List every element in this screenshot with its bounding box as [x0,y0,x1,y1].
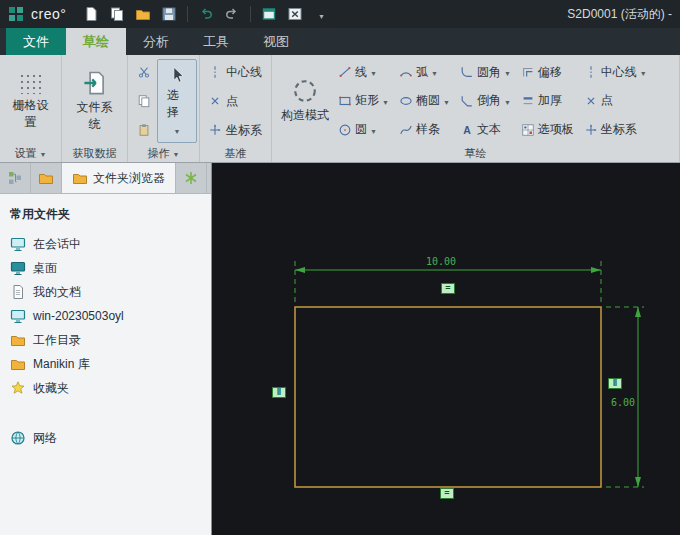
spline-button[interactable]: 样条 [395,117,454,142]
copy-icon [137,94,151,108]
folder-item-desktop[interactable]: 桌面 [10,256,211,280]
folder-item-my-documents[interactable]: 我的文档 [10,280,211,304]
text-button[interactable]: 文本 [456,117,515,142]
sketch-csys-button[interactable]: 坐标系 [580,117,651,142]
desktop-icon [10,260,26,276]
folder-item-manikin-library[interactable]: Manikin 库 [10,352,211,376]
height-dimension-value[interactable]: 6.00 [611,397,635,408]
file-import-icon [82,70,108,96]
folder-item-favorites[interactable]: 收藏夹 [10,376,211,400]
save-button[interactable] [158,3,180,25]
circle-button[interactable]: 圆 [334,117,393,142]
rectangle-button[interactable]: 矩形 [334,88,393,113]
tab-folder-browser[interactable]: 文件夹浏览器 [62,163,176,193]
group-operations: 选择 操作 [128,55,200,162]
folder-browser-icon [72,170,88,186]
fillet-icon [460,65,474,79]
point-icon [208,94,222,108]
copy-button[interactable] [134,91,154,111]
chevron-down-icon[interactable] [370,123,377,137]
offset-button[interactable]: 偏移 [517,60,578,85]
sketch-rectangle[interactable] [295,307,601,487]
construction-mode-button[interactable]: 构造模式 [276,58,334,144]
tab-file[interactable]: 文件 [6,28,66,55]
window-button[interactable] [258,3,280,25]
fillet-button[interactable]: 圆角 [456,60,515,85]
chevron-down-icon[interactable] [431,65,438,79]
line-button[interactable]: 线 [334,60,393,85]
constraint-equal-bottom[interactable]: = [440,488,454,499]
grid-dots-icon [18,72,44,94]
coordinate-system-icon [208,123,222,137]
circle-icon [338,123,352,137]
chevron-down-icon[interactable] [174,123,181,137]
ellipse-button[interactable]: 椭圆 [395,88,454,113]
tab-view[interactable]: 视图 [246,28,306,55]
open-button[interactable] [132,3,154,25]
ellipse-icon [399,94,413,108]
creo-logo-icon [8,6,24,22]
chevron-down-icon[interactable] [504,94,511,108]
constraint-parallel-right[interactable]: ‖ [608,378,622,389]
tab-favorites[interactable] [176,163,207,193]
constraint-equal-top[interactable]: = [441,283,455,294]
redo-button[interactable] [221,3,243,25]
datum-point-button[interactable]: 点 [205,89,265,113]
chevron-down-icon [318,5,325,23]
folder-item-working-directory[interactable]: 工作目录 [10,328,211,352]
file-system-button[interactable]: 文件系统 [66,58,123,144]
centerline-icon [584,65,598,79]
centerline-icon [208,65,222,79]
tab-model-tree[interactable] [0,163,31,193]
select-label: 选择 [167,87,187,121]
customize-quick-access-button[interactable] [310,3,332,25]
construction-mode-label: 构造模式 [281,107,329,124]
grid-settings-button[interactable]: 栅格设置 [4,58,57,144]
creo-window: creo° S2D0001 (活动的) - 文件 草绘 分析 工具 视图 栅格设… [0,0,680,535]
session-monitor-icon [10,236,26,252]
construction-mode-icon [292,78,318,104]
sketch-point-button[interactable]: 点 [580,88,651,113]
file-system-label: 文件系统 [71,99,118,133]
dimension-arrow [635,477,641,487]
chevron-down-icon[interactable] [640,65,647,79]
sketch-centerline-button[interactable]: 中心线 [580,60,651,85]
arc-button[interactable]: 弧 [395,60,454,85]
tab-tools[interactable]: 工具 [186,28,246,55]
favorites-star-icon [10,380,26,396]
thicken-button[interactable]: 加厚 [517,88,578,113]
tab-analysis[interactable]: 分析 [126,28,186,55]
dimension-arrow [591,267,601,273]
palette-button[interactable]: 选项板 [517,117,578,142]
close-window-button[interactable] [284,3,306,25]
folder-item-network[interactable]: 网络 [10,426,211,450]
chamfer-button[interactable]: 倒角 [456,88,515,113]
undo-button[interactable] [195,3,217,25]
tab-sketch[interactable]: 草绘 [66,28,126,55]
chevron-down-icon[interactable] [443,94,450,108]
cut-button[interactable] [134,62,154,82]
main-area: 文件夹浏览器 常用文件夹 在会话中 桌面 我的文档 win-20230503oy… [0,163,680,535]
sketch-tools: 线 矩形 圆 弧 椭圆 样条 圆角 倒角 文本 偏移 加厚 选项板 中心线 点 … [334,58,651,144]
width-dimension-value[interactable]: 10.00 [426,256,456,267]
select-button[interactable]: 选择 [157,59,197,143]
print-button[interactable] [106,3,128,25]
cursor-icon [167,65,187,85]
tab-common-folders[interactable] [31,163,62,193]
settings-group-label[interactable]: 设置 [0,144,61,162]
datum-centerline-button[interactable]: 中心线 [205,60,265,84]
operations-group-label[interactable]: 操作 [128,144,199,162]
chevron-down-icon[interactable] [370,65,377,79]
group-sketch: 构造模式 线 矩形 圆 弧 椭圆 样条 圆角 倒角 文本 偏移 加厚 选项板 中… [272,55,680,162]
chevron-down-icon [173,147,180,159]
constraint-parallel-left[interactable]: ‖ [272,387,286,398]
rectangle-icon [338,94,352,108]
new-file-button[interactable] [80,3,102,25]
datum-csys-button[interactable]: 坐标系 [205,118,265,142]
sketch-canvas[interactable]: 10.00 6.00 = = ‖ ‖ [212,163,680,535]
folder-item-computer[interactable]: win-20230503oyl [10,304,211,328]
chevron-down-icon[interactable] [504,65,511,79]
paste-button[interactable] [134,120,154,140]
chevron-down-icon[interactable] [382,94,389,108]
folder-item-in-session[interactable]: 在会话中 [10,232,211,256]
